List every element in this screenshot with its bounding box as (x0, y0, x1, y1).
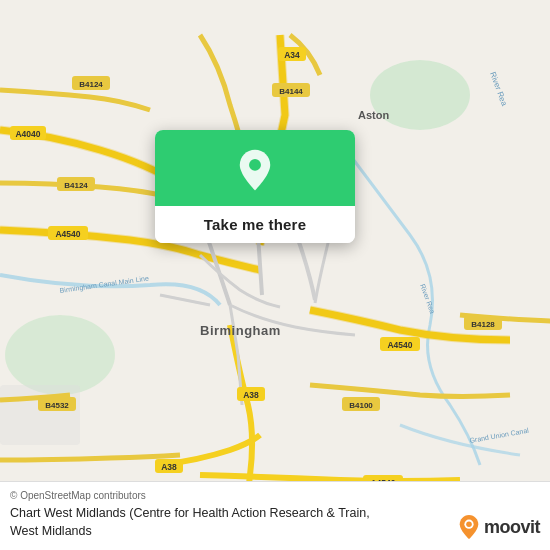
moovit-logo: moovit (458, 514, 540, 540)
svg-text:A34: A34 (284, 50, 300, 60)
moovit-text: moovit (484, 517, 540, 538)
svg-text:B4100: B4100 (349, 401, 373, 410)
svg-rect-0 (0, 35, 550, 515)
svg-text:B4124: B4124 (79, 80, 103, 89)
bottom-info: Chart West Midlands (Centre for Health A… (10, 505, 540, 540)
svg-point-38 (466, 521, 472, 527)
popup-card: Take me there (155, 130, 355, 243)
map-svg: Birmingham Canal Main Line River Rea Gra… (0, 0, 550, 550)
svg-text:B4124: B4124 (64, 181, 88, 190)
svg-text:A38: A38 (161, 462, 177, 472)
svg-text:A38: A38 (243, 390, 259, 400)
svg-text:B4532: B4532 (45, 401, 69, 410)
map-container: Birmingham Canal Main Line River Rea Gra… (0, 0, 550, 550)
svg-point-2 (5, 315, 115, 395)
svg-text:B4144: B4144 (279, 87, 303, 96)
svg-text:A4040: A4040 (15, 129, 40, 139)
bottom-bar: © OpenStreetMap contributors Chart West … (0, 481, 550, 550)
popup-green-area (155, 130, 355, 206)
svg-point-36 (249, 159, 261, 171)
svg-text:Birmingham: Birmingham (200, 323, 281, 338)
svg-text:B4128: B4128 (471, 320, 495, 329)
moovit-pin-icon (458, 514, 480, 540)
svg-text:A4540: A4540 (55, 229, 80, 239)
attribution: © OpenStreetMap contributors (10, 490, 540, 501)
svg-text:Aston: Aston (358, 109, 389, 121)
location-pin-icon (233, 148, 277, 192)
take-me-there-button[interactable]: Take me there (155, 206, 355, 243)
location-name: Chart West Midlands (Centre for Health A… (10, 505, 390, 540)
svg-text:A4540: A4540 (387, 340, 412, 350)
